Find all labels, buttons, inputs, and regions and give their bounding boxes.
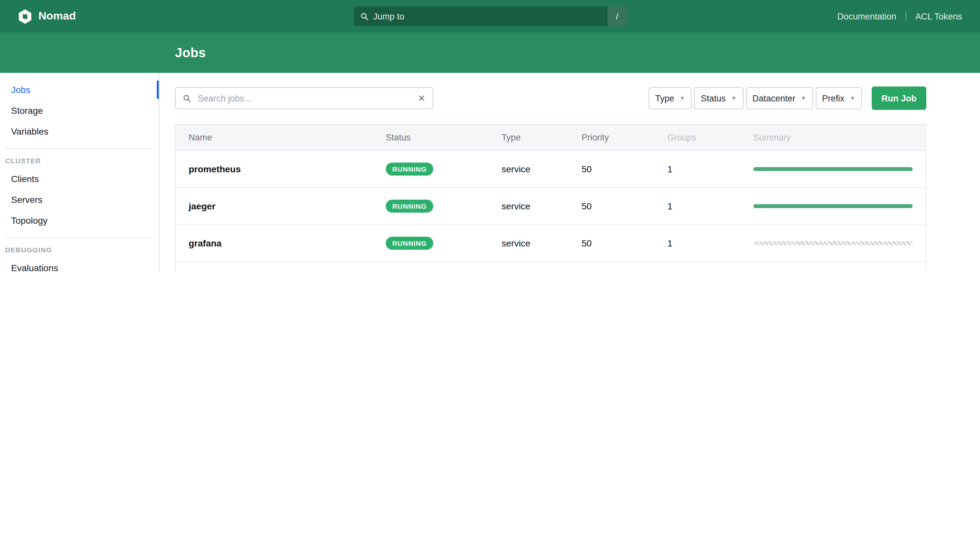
brand[interactable]: Nomad (18, 9, 76, 24)
jobs-toolbar: ✕ Type ▼ Status ▼ Datacenter ▼ Prefix ▼ (175, 86, 926, 110)
sidebar-section-cluster: CLUSTER (0, 149, 159, 168)
sidebar-item-topology[interactable]: Topology (0, 210, 159, 231)
filter-datacenter-dropdown[interactable]: Datacenter ▼ (746, 87, 813, 109)
chevron-down-icon: ▼ (800, 95, 806, 102)
table-row[interactable]: grafana RUNNING service 50 1 (176, 225, 926, 262)
jump-to-placeholder: Jump to (373, 11, 404, 21)
page-title: Jobs (175, 45, 206, 60)
filter-status-dropdown[interactable]: Status ▼ (694, 87, 743, 109)
job-summary-bar (753, 241, 913, 245)
search-box: ✕ (175, 87, 433, 109)
sidebar-menu-debugging: Evaluations (0, 257, 159, 271)
sidebar-section-debugging: DEBUGGING (0, 238, 159, 257)
nomad-app: Nomad Jump to / Documentation ACL Tokens… (0, 0, 980, 271)
jobs-table-header: Name Status Type Priority Groups Summary (176, 125, 926, 151)
sidebar-item-servers[interactable]: Servers (0, 189, 159, 210)
job-status-badge: RUNNING (386, 237, 433, 250)
job-name: grafana (189, 238, 221, 248)
column-header-name[interactable]: Name (176, 133, 386, 142)
nomad-logo (18, 9, 32, 24)
sidebar-menu: Jobs Storage Variables (0, 73, 159, 142)
column-header-type[interactable]: Type (501, 133, 582, 142)
nav-link-documentation[interactable]: Documentation (837, 11, 896, 21)
table-row[interactable]: jaeger RUNNING service 50 1 (176, 188, 926, 225)
jump-to-search[interactable]: Jump to / (353, 6, 627, 26)
main-content: ✕ Type ▼ Status ▼ Datacenter ▼ Prefix ▼ (159, 73, 980, 271)
sidebar-item-evaluations[interactable]: Evaluations (0, 257, 159, 271)
column-header-groups[interactable]: Groups (667, 133, 753, 142)
chevron-down-icon: ▼ (679, 95, 685, 102)
chevron-down-icon: ▼ (850, 95, 856, 102)
job-status-badge: RUNNING (386, 200, 433, 213)
chevron-down-icon: ▼ (731, 95, 737, 102)
column-header-priority[interactable]: Priority (582, 133, 667, 142)
job-name: jaeger (189, 201, 216, 211)
filter-prefix-dropdown[interactable]: Prefix ▼ (815, 87, 862, 109)
job-priority: 50 (582, 164, 667, 174)
search-icon (360, 12, 369, 21)
table-row[interactable]: prometheus RUNNING service 50 1 (176, 151, 926, 188)
sidebar-menu-cluster: Clients Servers Topology (0, 168, 159, 231)
job-summary-bar (753, 167, 913, 171)
job-summary-bar (753, 204, 913, 208)
job-table-body: prometheus RUNNING service 50 1 jaeger R… (176, 151, 926, 271)
brand-name: Nomad (38, 10, 76, 23)
page-header: Jobs (0, 32, 980, 73)
keyboard-shortcut-hint: / (607, 6, 627, 26)
column-header-status[interactable]: Status (386, 133, 501, 142)
column-header-summary[interactable]: Summary (753, 133, 926, 142)
run-job-button[interactable]: Run Job (872, 86, 926, 110)
job-groups: 1 (667, 201, 753, 211)
nav-links-divider (905, 12, 906, 21)
top-navbar: Nomad Jump to / Documentation ACL Tokens (0, 0, 980, 32)
job-type: service (501, 201, 582, 211)
job-type: service (501, 238, 582, 248)
job-priority: 50 (582, 201, 667, 211)
job-status-badge: RUNNING (386, 162, 433, 176)
sidebar: Jobs Storage Variables CLUSTER Clients S… (0, 73, 159, 271)
table-row[interactable]: frontendproxy RUNNING service 50 1 (176, 262, 926, 271)
nav-link-acl-tokens[interactable]: ACL Tokens (915, 11, 962, 21)
search-input[interactable] (196, 93, 418, 104)
clear-search-icon[interactable]: ✕ (418, 94, 425, 103)
sidebar-item-clients[interactable]: Clients (0, 168, 159, 189)
job-priority: 50 (582, 238, 667, 248)
filter-type-dropdown[interactable]: Type ▼ (649, 87, 692, 109)
job-groups: 1 (667, 238, 753, 248)
sidebar-item-storage[interactable]: Storage (0, 100, 159, 121)
job-type: service (501, 164, 582, 174)
jobs-table: Name Status Type Priority Groups Summary… (175, 124, 926, 271)
job-name: prometheus (189, 164, 241, 174)
job-groups: 1 (667, 164, 753, 174)
filter-bar: Type ▼ Status ▼ Datacenter ▼ Prefix ▼ Ru… (649, 86, 926, 110)
navbar-links: Documentation ACL Tokens (837, 11, 962, 21)
search-icon (183, 94, 191, 102)
sidebar-item-variables[interactable]: Variables (0, 121, 159, 142)
sidebar-item-jobs[interactable]: Jobs (0, 79, 159, 100)
